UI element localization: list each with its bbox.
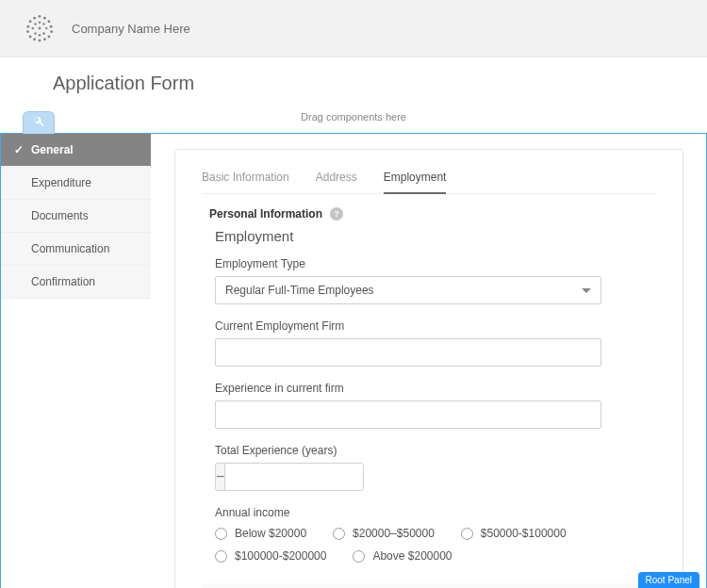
field-current-firm: Current Employment Firm [215, 319, 656, 367]
sidebar-item-label: General [31, 143, 74, 156]
field-employment-type: Employment Type Regular Full-Time Employ… [215, 257, 656, 304]
total-experience-stepper: − + [215, 463, 364, 491]
radio-icon [461, 528, 473, 540]
chevron-down-icon [582, 288, 591, 293]
svg-point-10 [47, 36, 50, 39]
radio-option[interactable]: $100000-$200000 [215, 549, 326, 563]
svg-point-13 [39, 40, 41, 42]
field-label: Current Employment Firm [215, 319, 656, 333]
radio-option[interactable]: $50000-$100000 [461, 527, 567, 540]
subsection-title: Employment [215, 228, 656, 244]
svg-point-21 [39, 34, 41, 37]
svg-point-5 [26, 25, 29, 28]
radio-option[interactable]: Above $200000 [353, 549, 452, 563]
sidebar-item-expenditure[interactable]: Expenditure [1, 167, 151, 200]
radio-icon [215, 528, 227, 540]
radio-label: Above $200000 [372, 549, 452, 563]
form-canvas: ✓ General Expenditure Documents Communic… [0, 134, 707, 588]
experience-current-input[interactable] [215, 400, 601, 429]
radio-label: $100000-$200000 [235, 549, 326, 563]
svg-point-2 [43, 17, 46, 20]
field-experience-current: Experience in current firm [215, 382, 656, 429]
svg-point-6 [50, 25, 53, 28]
canvas-toolbar: Drag components here [0, 107, 707, 134]
field-annual-income: Annual income Below $20000 $20000–$50000… [215, 506, 656, 563]
field-label: Employment Type [215, 257, 656, 270]
current-firm-input[interactable] [215, 338, 601, 367]
svg-point-7 [26, 30, 29, 33]
field-label: Total Experience (years) [215, 444, 656, 457]
svg-point-14 [39, 21, 41, 24]
section-header: Personal Information ? [209, 207, 656, 220]
company-name: Company Name Here [72, 22, 190, 36]
radio-label: $20000–$50000 [353, 527, 435, 540]
stepper-minus-button[interactable]: − [216, 464, 225, 490]
sidebar-item-documents[interactable]: Documents [1, 200, 151, 233]
root-panel-button[interactable]: Root Panel [638, 572, 699, 588]
svg-point-8 [50, 30, 53, 33]
sidebar-item-label: Documents [31, 209, 89, 222]
form-panel: Basic Information Address Employment Per… [174, 149, 683, 588]
tab-strip: Basic Information Address Employment [202, 165, 656, 194]
company-logo-icon [23, 11, 57, 45]
radio-icon [353, 550, 365, 563]
svg-point-16 [42, 23, 45, 25]
section-title: Personal Information [209, 207, 322, 220]
radio-option[interactable]: $20000–$50000 [333, 527, 435, 540]
annual-income-radio-group: Below $20000 $20000–$50000 $50000-$10000… [215, 527, 656, 563]
main-area: Basic Information Address Employment Per… [152, 134, 706, 588]
svg-point-12 [43, 38, 46, 41]
svg-point-0 [39, 15, 41, 18]
field-label: Experience in current firm [215, 382, 656, 395]
sidebar-item-label: Confirmation [31, 275, 95, 288]
select-value: Regular Full-Time Employees [225, 284, 374, 297]
svg-point-22 [39, 27, 41, 30]
svg-point-20 [42, 32, 45, 35]
sidebar-item-confirmation[interactable]: Confirmation [1, 266, 151, 299]
radio-option[interactable]: Below $20000 [215, 527, 306, 540]
tab-employment[interactable]: Employment [384, 165, 447, 193]
sidebar-item-label: Expenditure [31, 176, 91, 189]
svg-point-9 [29, 36, 32, 39]
tab-address[interactable]: Address [316, 165, 357, 193]
drop-hint-inner: Drag components here - Employment [202, 583, 656, 588]
app-header: Company Name Here [0, 0, 707, 57]
tab-basic-information[interactable]: Basic Information [202, 165, 289, 193]
svg-point-11 [33, 38, 36, 41]
svg-point-1 [33, 17, 36, 20]
radio-icon [215, 550, 227, 563]
svg-point-19 [34, 32, 37, 35]
radio-label: Below $20000 [235, 527, 306, 540]
sidebar-item-communication[interactable]: Communication [1, 233, 151, 266]
svg-point-15 [34, 23, 37, 25]
sidebar-item-label: Communication [31, 242, 109, 255]
svg-point-17 [32, 27, 35, 30]
radio-label: $50000-$100000 [481, 527, 567, 540]
employment-type-select[interactable]: Regular Full-Time Employees [215, 276, 601, 304]
stepper-value-input[interactable] [225, 464, 364, 490]
drop-hint-top: Drag components here [0, 111, 707, 122]
check-icon: ✓ [14, 143, 24, 156]
sidebar-item-general[interactable]: ✓ General [1, 134, 151, 167]
svg-point-4 [47, 20, 50, 23]
radio-icon [333, 528, 345, 540]
wizard-sidebar: ✓ General Expenditure Documents Communic… [1, 134, 152, 588]
page-title: Application Form [0, 57, 707, 107]
info-icon[interactable]: ? [330, 207, 343, 220]
svg-point-3 [29, 20, 32, 23]
field-label: Annual income [215, 506, 656, 519]
svg-point-18 [45, 27, 48, 30]
field-total-experience: Total Experience (years) − + [215, 444, 656, 491]
